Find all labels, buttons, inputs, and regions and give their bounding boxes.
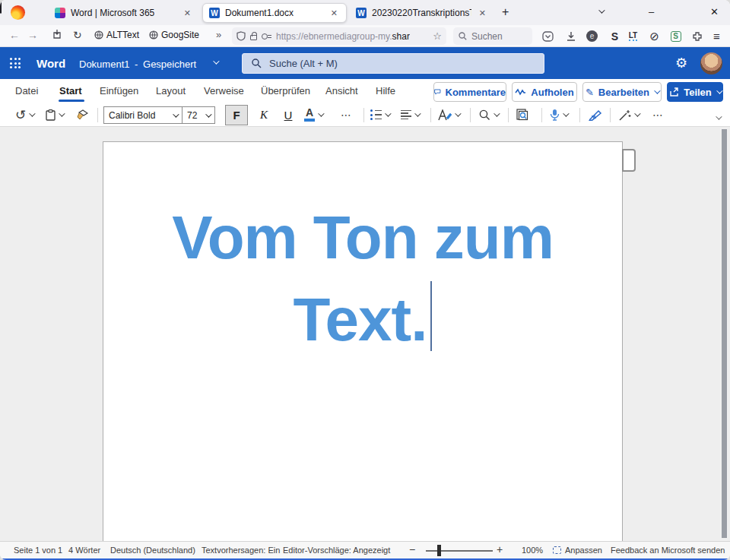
account-avatar[interactable]: [700, 52, 722, 74]
editing-mode-button[interactable]: ✎ Bearbeiten: [582, 82, 662, 102]
tab-einfuegen[interactable]: Einfügen: [100, 85, 138, 96]
bookmark-star-icon[interactable]: ☆: [433, 30, 442, 42]
tab-ansicht[interactable]: Ansicht: [325, 85, 358, 96]
languagetool-extension-icon[interactable]: LT: [627, 30, 640, 43]
auto-format-button[interactable]: [619, 103, 639, 126]
browser-tab-1[interactable]: Word | Microsoft 365 ✕: [49, 3, 199, 23]
tab-datei[interactable]: Datei: [15, 85, 38, 96]
document-heading-text[interactable]: Vom Ton zum Text.: [103, 142, 622, 361]
page-count[interactable]: Seite 1 von 1: [14, 546, 62, 555]
extension-e-icon[interactable]: e: [586, 30, 598, 43]
browser-window: Word | Microsoft 365 ✕ W Dokument1.docx …: [0, 0, 730, 560]
font-color-button[interactable]: A: [304, 103, 322, 126]
font-size-select[interactable]: 72: [182, 106, 215, 124]
styles-button[interactable]: [438, 103, 459, 126]
firefox-logo-icon[interactable]: [11, 5, 25, 20]
dictate-button[interactable]: [550, 103, 567, 126]
bookmark-alttext[interactable]: ALTText: [94, 30, 139, 40]
zoom-slider-track[interactable]: [426, 550, 493, 552]
app-launcher-icon[interactable]: [10, 58, 22, 70]
tab-hilfe[interactable]: Hilfe: [376, 85, 395, 96]
downloads-icon[interactable]: [564, 30, 577, 43]
save-page-icon[interactable]: [52, 29, 62, 40]
divider: [541, 108, 542, 122]
text-predictions-status[interactable]: Textvorhersagen: Ein: [202, 546, 280, 555]
vertical-scrollbar[interactable]: [720, 128, 728, 541]
editor-button[interactable]: [589, 103, 602, 126]
more-toolbar-options-button[interactable]: ⋯: [652, 103, 664, 126]
pocket-extension-icon[interactable]: [541, 30, 554, 43]
page-preview-button[interactable]: [516, 103, 530, 126]
fit-page-icon[interactable]: [553, 546, 561, 554]
url-text[interactable]: https://ebnermediagroup-my.shar: [276, 31, 410, 42]
document-title-chevron-icon[interactable]: [213, 58, 219, 64]
tab-start[interactable]: Start: [59, 85, 82, 96]
blocker-extension-icon[interactable]: ⊘: [648, 30, 661, 43]
comment-anchor-tab[interactable]: [622, 149, 636, 172]
tab-verweise[interactable]: Verweise: [204, 85, 244, 96]
bullet-list-button[interactable]: [370, 103, 389, 126]
language-status[interactable]: Deutsch (Deutschland): [110, 546, 195, 555]
comments-button[interactable]: Kommentare: [433, 82, 506, 102]
browser-tab-3[interactable]: W 20230220TranskriptionsTestWord ✕: [350, 3, 494, 23]
new-tab-button[interactable]: +: [502, 5, 509, 19]
divider: [610, 108, 611, 122]
feedback-link[interactable]: Feedback an Microsoft senden: [611, 546, 725, 555]
tab-close-icon[interactable]: ✕: [182, 8, 193, 19]
minimize-button[interactable]: –: [649, 6, 654, 17]
maximize-button[interactable]: [0, 0, 2, 14]
bold-button[interactable]: F: [225, 105, 248, 125]
document-page[interactable]: Vom Ton zum Text.: [103, 141, 623, 541]
reload-icon[interactable]: ↻: [73, 29, 82, 41]
chevron-down-icon: [59, 110, 65, 116]
tab-layout[interactable]: Layout: [156, 85, 186, 96]
more-font-options-button[interactable]: ⋯: [341, 103, 352, 126]
underline-button[interactable]: U: [277, 105, 300, 125]
zoom-slider-handle[interactable]: [437, 545, 441, 556]
undo-button[interactable]: ↺: [15, 103, 33, 126]
tab-close-icon[interactable]: ✕: [328, 8, 340, 19]
tab-title: Dokument1.docx: [225, 8, 294, 18]
microsoft365-favicon: [55, 8, 65, 18]
browser-tab-bar: Word | Microsoft 365 ✕ W Dokument1.docx …: [0, 0, 730, 25]
zoom-out-button[interactable]: −: [409, 543, 415, 555]
app-name[interactable]: Word: [36, 57, 65, 70]
browser-tab-2-active[interactable]: W Dokument1.docx ✕: [202, 3, 347, 23]
settings-gear-icon[interactable]: ⚙: [675, 55, 687, 71]
divider: [470, 108, 471, 122]
share-button[interactable]: Teilen: [667, 82, 723, 102]
close-window-button[interactable]: ✕: [710, 6, 719, 17]
font-name-select[interactable]: Calibri Bold: [103, 106, 182, 124]
lock-icon[interactable]: [250, 35, 257, 40]
search-input[interactable]: Suchen: [453, 27, 532, 45]
find-button[interactable]: [479, 103, 498, 126]
catch-up-button[interactable]: Aufholen: [512, 82, 577, 102]
bookmark-googsite[interactable]: GoogSite: [149, 30, 199, 40]
address-bar[interactable]: https://ebnermediagroup-my.shar ☆: [232, 27, 446, 45]
zoom-in-button[interactable]: +: [497, 543, 503, 555]
extensions-puzzle-icon[interactable]: [690, 30, 703, 43]
permissions-icon[interactable]: [262, 33, 271, 40]
scrollbar-thumb[interactable]: [722, 129, 727, 538]
extension-s-icon[interactable]: S: [608, 30, 621, 43]
fit-page-label[interactable]: Anpassen: [565, 546, 602, 555]
menu-icon[interactable]: ≡: [710, 30, 723, 43]
extension-s-green-icon[interactable]: S: [669, 30, 682, 43]
tab-title: Word | Microsoft 365: [71, 8, 154, 18]
word-count[interactable]: 4 Wörter: [68, 546, 100, 555]
document-title[interactable]: Dokument1 - Gespeichert: [79, 59, 196, 70]
list-all-tabs-icon[interactable]: [598, 7, 605, 13]
paste-button[interactable]: [46, 103, 63, 126]
word-search-input[interactable]: Suche (Alt + M): [242, 53, 544, 74]
bookmarks-overflow-icon[interactable]: »: [216, 29, 221, 40]
tab-close-icon[interactable]: ✕: [477, 8, 488, 19]
italic-button[interactable]: K: [252, 105, 275, 125]
editor-suggestions-status[interactable]: Editor-Vorschläge: Angezeigt: [283, 546, 390, 555]
alignment-button[interactable]: [401, 103, 419, 126]
format-painter-button[interactable]: [76, 103, 88, 126]
back-icon[interactable]: ←: [9, 29, 20, 41]
tab-ueberpruefen[interactable]: Überprüfen: [261, 85, 310, 96]
tracking-shield-icon[interactable]: [236, 31, 246, 41]
forward-icon[interactable]: →: [27, 29, 38, 41]
zoom-level[interactable]: 100%: [522, 546, 543, 555]
